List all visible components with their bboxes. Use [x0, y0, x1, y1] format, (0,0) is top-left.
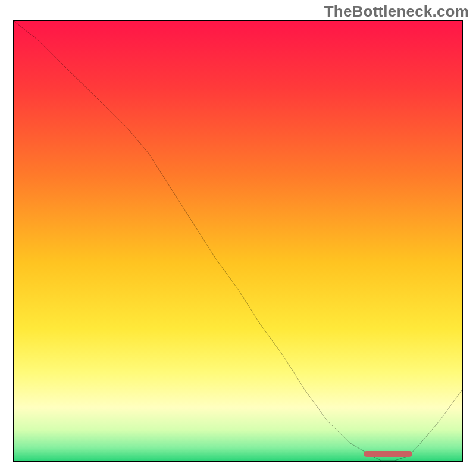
optimal-range-marker — [364, 451, 413, 457]
chart-container: TheBottleneck.com — [0, 0, 476, 476]
bottleneck-curve — [14, 21, 462, 461]
plot-area — [13, 20, 463, 462]
watermark-text: TheBottleneck.com — [324, 2, 469, 21]
